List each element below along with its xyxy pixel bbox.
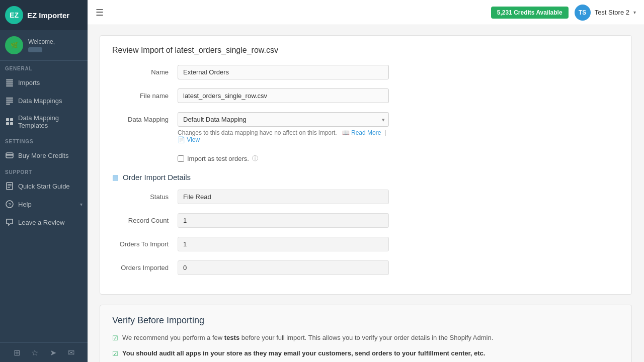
name-field-wrap <box>178 65 389 79</box>
svg-rect-1 <box>6 81 13 82</box>
topbar-left: ☰ <box>96 7 104 18</box>
welcome-text: Welcome, <box>28 38 55 45</box>
user-info-section: 🌿 Welcome, <box>0 30 88 61</box>
status-label: Status <box>112 190 178 201</box>
test-orders-wrap: Import as test orders. ⓘ <box>178 152 389 163</box>
svg-rect-8 <box>6 118 9 121</box>
book-icon: 📖 <box>342 129 350 136</box>
data-mapping-templates-label: Data Mapping Templates <box>18 114 83 129</box>
filename-field-wrap <box>178 88 389 103</box>
user-badge-chevron-icon: ▾ <box>633 10 636 15</box>
main-area: ☰ 5,231 Credits Available TS Test Store … <box>88 0 644 362</box>
verify-title: Verify Before Importing <box>112 315 619 326</box>
section-collapse-icon[interactable]: ▤ <box>112 173 119 182</box>
test-orders-field-group: Import as test orders. ⓘ <box>112 152 619 163</box>
svg-rect-16 <box>8 186 12 186</box>
svg-rect-9 <box>10 118 13 121</box>
sidebar-item-imports[interactable]: Imports <box>0 73 88 92</box>
svg-text:?: ? <box>8 202 11 207</box>
read-more-link[interactable]: Read More <box>351 129 381 136</box>
sidebar: EZ EZ Importer 🌿 Welcome, GENERAL Import… <box>0 0 88 362</box>
name-input[interactable] <box>178 65 389 79</box>
filename-input[interactable] <box>178 88 389 103</box>
orders-to-import-label: Orders To Import <box>112 237 178 248</box>
verify-check-2-icon: ☑ <box>112 349 118 359</box>
test-orders-empty-label <box>112 152 178 156</box>
help-chevron-icon: ▾ <box>80 202 83 207</box>
data-mapping-hint-text: Changes to this data mapping have no aff… <box>178 129 337 136</box>
test-orders-checkbox[interactable] <box>178 155 184 162</box>
data-mapping-select-wrap: Default Data Mapping ▾ <box>178 112 389 127</box>
orders-to-import-field-group: Orders To Import <box>112 237 619 251</box>
svg-rect-6 <box>6 102 13 103</box>
orders-imported-field-wrap <box>178 260 389 275</box>
credits-badge[interactable]: 5,231 Credits Available <box>491 7 569 19</box>
star-icon[interactable]: ☆ <box>29 347 40 358</box>
data-mappings-label: Data Mappings <box>18 97 83 105</box>
record-count-label: Record Count <box>112 213 178 224</box>
settings-section-label: SETTINGS <box>0 134 88 146</box>
name-label: Name <box>112 65 178 76</box>
svg-rect-0 <box>6 79 13 80</box>
sidebar-item-leave-a-review[interactable]: Leave a Review <box>0 213 88 231</box>
data-mapping-field-wrap: Default Data Mapping ▾ Changes to this d… <box>178 112 389 143</box>
user-badge[interactable]: TS Test Store 2 ▾ <box>575 5 636 21</box>
svg-rect-15 <box>8 184 12 185</box>
verify-item-2: ☑ You should audit all apps in your stor… <box>112 348 619 359</box>
orders-imported-label: Orders Imported <box>112 260 178 272</box>
user-avatar: 🌿 <box>5 36 23 54</box>
filename-label: File name <box>112 88 178 100</box>
leave-a-review-icon <box>5 218 14 227</box>
status-input <box>178 190 389 204</box>
buy-more-credits-label: Buy More Credits <box>18 152 83 159</box>
leave-a-review-label: Leave a Review <box>18 219 83 226</box>
orders-imported-field-group: Orders Imported <box>112 260 619 275</box>
verify-item-1: ☑ We recommend you perform a few tests b… <box>112 333 619 343</box>
orders-to-import-field-wrap <box>178 237 389 251</box>
test-orders-checkbox-wrap: Import as test orders. ⓘ <box>178 152 389 163</box>
orders-imported-input <box>178 260 389 275</box>
data-mapping-label: Data Mapping <box>112 112 178 123</box>
view-link[interactable]: View <box>187 136 200 143</box>
filename-field-group: File name <box>112 88 619 103</box>
verify-check-1-icon: ☑ <box>112 333 118 343</box>
data-mapping-hint: Changes to this data mapping have no aff… <box>178 129 389 143</box>
sidebar-item-data-mapping-templates[interactable]: Data Mapping Templates <box>0 110 88 134</box>
name-field-group: Name <box>112 65 619 79</box>
grid-icon[interactable]: ⊞ <box>11 347 22 358</box>
info-icon: ⓘ <box>252 154 258 163</box>
svg-rect-13 <box>6 154 13 156</box>
data-mappings-icon <box>5 96 14 105</box>
mail-icon[interactable]: ✉ <box>65 347 76 358</box>
orders-to-import-input <box>178 237 389 251</box>
content-area: Review Import of latest_orders_single_ro… <box>88 25 644 362</box>
sidebar-item-buy-more-credits[interactable]: Buy More Credits <box>0 146 88 164</box>
svg-rect-2 <box>6 83 13 84</box>
topbar-right: 5,231 Credits Available TS Test Store 2 … <box>491 5 636 21</box>
svg-rect-11 <box>10 122 13 125</box>
sidebar-item-quick-start-guide[interactable]: Quick Start Guide <box>0 177 88 195</box>
status-field-group: Status <box>112 190 619 204</box>
svg-rect-17 <box>8 187 10 188</box>
app-logo[interactable]: EZ EZ Importer <box>0 0 88 30</box>
record-count-input <box>178 213 389 228</box>
svg-rect-7 <box>6 104 10 105</box>
app-title: EZ Importer <box>27 11 69 20</box>
topbar: ☰ 5,231 Credits Available TS Test Store … <box>88 0 644 25</box>
data-mapping-templates-icon <box>5 117 14 126</box>
sidebar-item-help[interactable]: ? Help ▾ <box>0 195 88 213</box>
verify-box: Verify Before Importing ☑ We recommend y… <box>100 305 632 362</box>
verify-item-2-text: You should audit all apps in your store … <box>122 348 485 358</box>
data-mapping-select[interactable]: Default Data Mapping <box>178 112 389 127</box>
sidebar-item-data-mappings[interactable]: Data Mappings <box>0 92 88 110</box>
view-icon: 📄 <box>178 136 185 143</box>
page-card: Review Import of latest_orders_single_ro… <box>100 35 632 295</box>
user-name-placeholder <box>28 47 42 52</box>
page-title: Review Import of latest_orders_single_ro… <box>112 46 619 55</box>
hamburger-icon[interactable]: ☰ <box>96 7 104 18</box>
record-count-field-wrap <box>178 213 389 228</box>
test-orders-label: Import as test orders. <box>187 155 249 162</box>
help-icon: ? <box>5 200 14 209</box>
send-icon[interactable]: ➤ <box>47 347 58 358</box>
imports-icon <box>5 78 14 87</box>
